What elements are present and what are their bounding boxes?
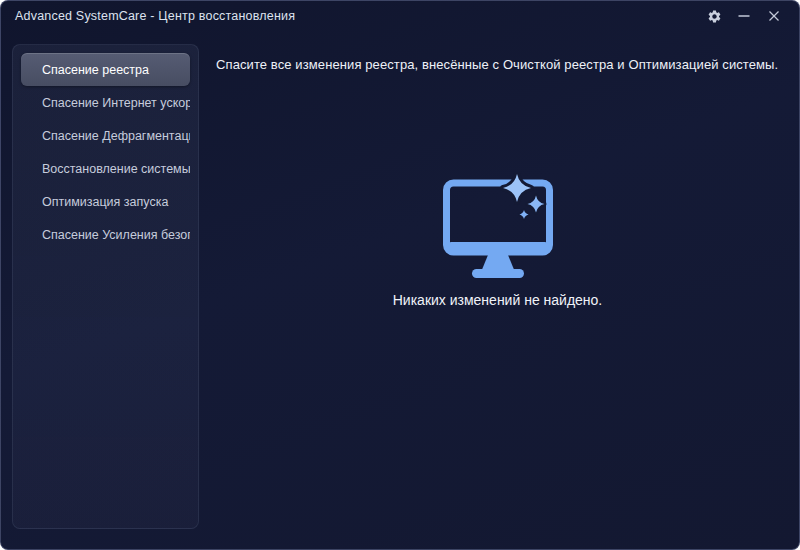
sidebar-item-defrag-rescue[interactable]: Спасение Дефрагментаци…: [21, 119, 190, 152]
sidebar-item-internet-booster-rescue[interactable]: Спасение Интернет ускор…: [21, 86, 190, 119]
settings-button[interactable]: [701, 4, 727, 28]
sidebar-item-system-restore[interactable]: Восстановление системы: [21, 152, 190, 185]
sidebar-item-security-reinforce-rescue[interactable]: Спасение Усиления безоп…: [21, 218, 190, 251]
minimize-button[interactable]: [731, 4, 757, 28]
sidebar-item-label: Восстановление системы: [42, 162, 190, 176]
minimize-icon: [738, 10, 750, 22]
titlebar: Advanced SystemCare - Центр восстановлен…: [1, 1, 799, 31]
sidebar-item-label: Спасение Интернет ускор…: [42, 96, 190, 110]
sidebar-item-label: Спасение реестра: [42, 63, 149, 77]
sidebar-item-label: Спасение Дефрагментаци…: [42, 129, 190, 143]
window-controls: [701, 4, 787, 28]
sidebar-item-registry-rescue[interactable]: Спасение реестра: [21, 53, 190, 86]
close-button[interactable]: [761, 4, 787, 28]
empty-state-message: Никаких изменений не найдено.: [393, 292, 603, 308]
empty-state: Никаких изменений не найдено.: [216, 172, 779, 308]
sidebar-item-label: Оптимизация запуска: [42, 195, 168, 209]
sidebar: Спасение реестра Спасение Интернет ускор…: [12, 44, 199, 529]
page-description: Спасите все изменения реестра, внесённые…: [216, 57, 779, 72]
monitor-with-sparkles-icon: [442, 172, 554, 282]
window-body: Спасение реестра Спасение Интернет ускор…: [1, 31, 799, 549]
close-icon: [768, 10, 780, 22]
window-title: Advanced SystemCare - Центр восстановлен…: [15, 9, 295, 23]
settings-gear-icon: [707, 9, 722, 24]
sidebar-item-label: Спасение Усиления безоп…: [42, 228, 190, 242]
main-content: Спасите все изменения реестра, внесённые…: [199, 31, 799, 549]
app-window: Advanced SystemCare - Центр восстановлен…: [0, 0, 800, 550]
sidebar-item-startup-optimization[interactable]: Оптимизация запуска: [21, 185, 190, 218]
